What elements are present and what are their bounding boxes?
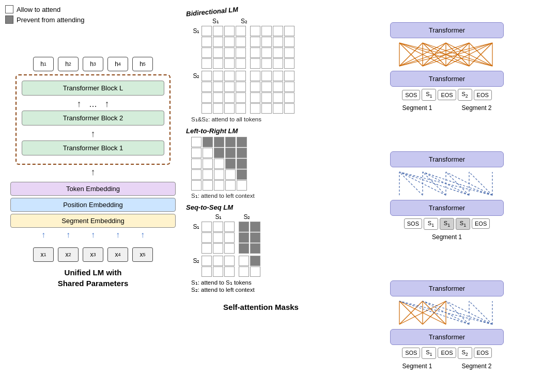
left-panel: Allow to attend Prevent from attending h… xyxy=(5,5,181,387)
seq2seq-grid: S₁ S₂ S₁ xyxy=(191,213,336,293)
mask-row-s1-label: S₁ xyxy=(191,26,336,36)
cell xyxy=(250,58,260,69)
ltr-grid: S₁: attend to left context xyxy=(191,137,336,199)
position-embedding: Position Embedding xyxy=(10,198,176,212)
cell xyxy=(202,37,212,47)
left-to-right-label: Left-to-Right LM xyxy=(186,127,336,135)
cell xyxy=(224,82,235,92)
cell xyxy=(284,48,295,58)
x1-node: x1 xyxy=(33,247,54,262)
mask-row-bi-2 xyxy=(191,37,336,47)
prevent-box xyxy=(5,15,13,24)
cell xyxy=(250,26,260,36)
connections-svg-2 xyxy=(388,169,506,198)
cell xyxy=(284,103,295,114)
masks-title: Self-attention Masks xyxy=(186,303,336,311)
cell xyxy=(236,37,246,47)
cell xyxy=(273,92,283,103)
s1-cells xyxy=(202,26,295,36)
transformer-block-1: Transformer Block 1 xyxy=(22,140,164,155)
allow-label: Allow to attend xyxy=(17,6,60,13)
cell xyxy=(284,58,295,69)
ltr-row-3 xyxy=(191,159,336,169)
legend: Allow to attend Prevent from attending xyxy=(5,5,85,24)
segment-labels-2: Segment 1 xyxy=(388,233,506,241)
ltr-row-2 xyxy=(191,148,336,158)
cell xyxy=(213,71,223,81)
x-nodes-row: x1 x2 x3 x4 x5 xyxy=(5,247,181,262)
x5-node: x5 xyxy=(132,247,153,262)
h3-node: h3 xyxy=(83,57,103,71)
cell xyxy=(213,82,223,92)
cell xyxy=(213,48,223,58)
seq2seq-caption: S₁: attend to S₁ tokens S₂: attend to le… xyxy=(191,279,336,293)
arrow-up-1: ↑ xyxy=(22,129,164,139)
cell xyxy=(236,48,246,58)
embedding-layers: Token Embedding Position Embedding Segme… xyxy=(10,182,176,228)
cell xyxy=(224,71,235,81)
svg-line-56 xyxy=(469,301,492,324)
mask-row-s2-3 xyxy=(191,92,336,103)
cell xyxy=(250,82,260,92)
cell xyxy=(261,58,272,69)
cell xyxy=(273,48,283,58)
mask-section-left-to-right: Left-to-Right LM xyxy=(186,127,336,199)
x3-node: x3 xyxy=(83,247,103,262)
trans-tokens-3: SOS S1 EOS S2 EOS xyxy=(402,347,492,359)
cell xyxy=(236,92,246,103)
mask-row-bi-4 xyxy=(191,58,336,69)
unified-lm-diagram: h1 h2 h3 h4 h5 Transformer Block L ↑ ...… xyxy=(5,57,181,289)
legend-prevent: Prevent from attending xyxy=(5,15,85,24)
cell xyxy=(261,26,272,36)
mask-section-seq2seq: Seq-to-Seq LM S₁ S₂ S₁ xyxy=(186,203,336,293)
cell xyxy=(202,103,212,114)
cell xyxy=(284,26,295,36)
cell xyxy=(273,26,283,36)
arrow-x1: ↑ xyxy=(33,230,54,240)
cell xyxy=(250,103,260,114)
cell xyxy=(202,58,212,69)
token-embedding: Token Embedding xyxy=(10,182,176,196)
cell xyxy=(213,103,223,114)
trans-top-1: Transformer xyxy=(390,22,504,38)
bidirectional-grid: S₁ S₂ S₁ xyxy=(191,18,336,123)
cell xyxy=(250,92,260,103)
diagram-seq2seq: Transformer xyxy=(341,280,553,370)
arrow-x2: ↑ xyxy=(58,230,79,240)
arrow-up-emb: ↑ xyxy=(5,167,181,178)
arrow-x4: ↑ xyxy=(107,230,128,240)
cell xyxy=(213,92,223,103)
cell xyxy=(224,103,235,114)
segment-labels-1: Segment 1 Segment 2 xyxy=(388,104,506,112)
bidirectional-caption: S₁&S₂: attend to all tokens xyxy=(191,116,336,123)
trans-bottom-2: Transformer xyxy=(390,200,504,216)
cell xyxy=(261,92,272,103)
cell xyxy=(273,71,283,81)
cell xyxy=(202,48,212,58)
dots: ↑ ... ↑ xyxy=(22,99,164,109)
cell xyxy=(250,48,260,58)
cell xyxy=(284,71,295,81)
cell xyxy=(261,48,272,58)
mask-row-s2-4 xyxy=(191,103,336,114)
h4-node: h4 xyxy=(107,57,128,71)
input-arrows: ↑ ↑ ↑ ↑ ↑ xyxy=(5,230,181,240)
cell xyxy=(236,58,246,69)
cell xyxy=(224,58,235,69)
svg-line-36 xyxy=(423,172,492,195)
allow-box xyxy=(5,5,13,13)
cell xyxy=(261,37,272,47)
mask-row-s2-2 xyxy=(191,82,336,92)
left-title: Unified LM withShared Parameters xyxy=(5,267,181,289)
cell xyxy=(213,37,223,47)
cell xyxy=(236,103,246,114)
cell xyxy=(202,82,212,92)
cell xyxy=(284,92,295,103)
bidirectional-lm-label: Bidirectional LM xyxy=(186,6,239,18)
h-nodes-row: h1 h2 h3 h4 h5 xyxy=(5,57,181,71)
svg-line-38 xyxy=(469,172,492,195)
mask-row-bi-3 xyxy=(191,48,336,58)
h5-node: h5 xyxy=(132,57,153,71)
cell xyxy=(236,71,246,81)
cell xyxy=(224,48,235,58)
